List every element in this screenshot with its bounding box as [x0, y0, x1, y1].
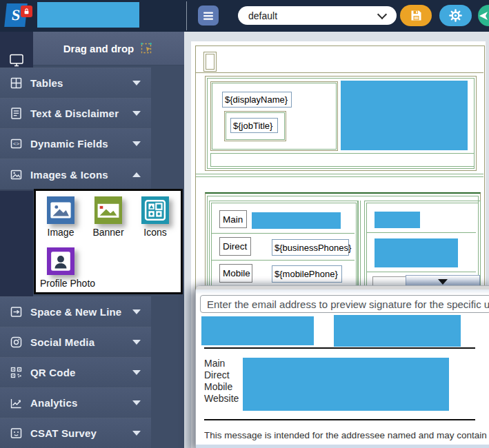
drag-and-drop-label: Drag and drop: [63, 43, 134, 54]
template-select[interactable]: default: [238, 6, 397, 25]
redacted-contact-details: [243, 358, 449, 411]
template-select-value: default: [248, 10, 277, 21]
contact-label-main: Main: [204, 358, 239, 369]
chevron-down-icon: [132, 81, 141, 85]
settings-button[interactable]: [439, 5, 472, 26]
sidebar-item-space-newline[interactable]: Space & New Line: [0, 296, 151, 328]
hamburger-icon: [203, 11, 214, 21]
row-divider: [367, 272, 476, 272]
redacted-preview-name: [201, 316, 314, 345]
contact-label-mobile: Mobile: [204, 381, 239, 393]
analytics-icon: [9, 396, 23, 410]
lock-icon: [23, 8, 30, 15]
monitor-icon: [8, 52, 25, 68]
column-divider: [360, 201, 361, 289]
row-divider: [367, 232, 476, 233]
preview-panel-top-shade: [196, 289, 489, 294]
tile-label: Profile Photo: [33, 278, 102, 289]
contact-label-website: Website: [204, 393, 239, 405]
image-tile[interactable]: [47, 196, 74, 224]
direct-label[interactable]: Direct: [219, 237, 251, 256]
drag-and-drop-header: Drag and drop: [33, 32, 184, 65]
contact-label-direct: Direct: [204, 369, 239, 381]
share-arrow-icon: [478, 10, 489, 21]
qr-code-icon: [9, 366, 23, 380]
space-newline-icon: [9, 305, 23, 319]
top-header-bar: S default: [0, 0, 489, 32]
chevron-down-icon: [132, 431, 141, 436]
profile-photo-tile[interactable]: [47, 247, 74, 275]
profile-image-placeholder[interactable]: [341, 81, 468, 150]
tables-icon: [9, 77, 23, 90]
row-divider: [212, 233, 355, 234]
gear-icon: [449, 9, 462, 22]
hamburger-menu-button[interactable]: [198, 6, 219, 26]
sidebar-item-social-media[interactable]: Social Media: [0, 327, 151, 358]
redacted-main-phone: [252, 212, 341, 229]
chevron-down-icon: [132, 370, 141, 375]
header-bottom-row: [210, 153, 475, 167]
tile-label: Icons: [134, 227, 177, 238]
preview-divider: [204, 347, 475, 349]
rail-monitor-button[interactable]: [8, 51, 26, 69]
preview-scrollbar[interactable]: [196, 445, 489, 448]
redacted-preview-title: [334, 315, 461, 347]
lock-badge: [21, 6, 32, 17]
save-icon: [410, 10, 422, 21]
template-divider: [196, 174, 483, 174]
template-divider: [196, 72, 483, 73]
images-icons-icon: [9, 167, 23, 181]
banner-icon: [94, 196, 122, 224]
share-button[interactable]: [478, 5, 489, 26]
banner-tile[interactable]: [94, 196, 122, 224]
social-media-icon: [9, 336, 23, 349]
preview-disclaimer-text: This message is intended for the address…: [204, 430, 488, 440]
chevron-up-icon: [132, 172, 141, 177]
sidebar-item-csat-survey[interactable]: CSAT Survey: [0, 418, 151, 448]
chevron-down-icon: [377, 9, 387, 19]
display-name-field[interactable]: ${displayName}: [222, 92, 292, 108]
dynamic-fields-icon: <>: [9, 137, 23, 151]
csat-survey-icon: [9, 427, 23, 440]
business-phones-field[interactable]: ${businessPhones}: [272, 239, 349, 256]
chevron-down-icon: [132, 141, 141, 146]
images-icons-panel: Image Banner Icons Profile Photo: [34, 189, 183, 294]
svg-text:<>: <>: [12, 141, 19, 147]
tile-label: Image: [39, 227, 83, 238]
dropdown-arrow-icon: [438, 279, 448, 285]
icons-grid-icon: [141, 196, 169, 224]
main-label[interactable]: Main: [219, 210, 247, 228]
redacted-block-small: [375, 212, 420, 228]
mobile-phone-field[interactable]: ${mobilePhone}: [272, 265, 342, 283]
sidebar-item-qr-code[interactable]: QR Code: [0, 357, 151, 389]
sidebar-item-dynamic-fields[interactable]: <> Dynamic Fields: [0, 128, 151, 160]
redacted-block-medium: [375, 238, 458, 267]
icons-tile[interactable]: [141, 196, 169, 224]
redacted-account-name: [37, 2, 139, 28]
template-divider: [196, 176, 483, 177]
preview-divider: [204, 419, 475, 420]
header-divider: [186, 1, 187, 30]
profile-photo-icon: [47, 247, 74, 275]
job-title-field[interactable]: ${jobTitle}: [230, 118, 278, 133]
chevron-down-icon: [132, 400, 141, 405]
chevron-down-icon: [132, 340, 141, 345]
sidebar-item-images-icons[interactable]: Images & Icons: [0, 159, 151, 191]
image-icon: [47, 196, 74, 224]
mobile-label[interactable]: Mobile: [219, 264, 252, 283]
preview-contact-labels: Main Direct Mobile Website: [204, 358, 239, 405]
sidebar-item-text-disclaimer[interactable]: Text & Disclaimer: [0, 98, 151, 130]
signature-editor-app: S default: [0, 0, 489, 448]
column-divider: [357, 201, 358, 289]
chevron-down-icon: [132, 111, 141, 116]
preview-email-input[interactable]: [200, 295, 489, 313]
save-button[interactable]: [400, 5, 432, 26]
sidebar-item-tables[interactable]: Tables: [0, 68, 151, 99]
template-small-cell-inner: [206, 54, 214, 70]
chevron-down-icon: [132, 309, 141, 314]
row-divider: [212, 260, 355, 261]
sidebar-item-analytics[interactable]: Analytics: [0, 387, 151, 419]
text-disclaimer-icon: [9, 107, 23, 121]
tile-label: Banner: [85, 227, 132, 238]
drag-drop-icon: [140, 41, 154, 55]
